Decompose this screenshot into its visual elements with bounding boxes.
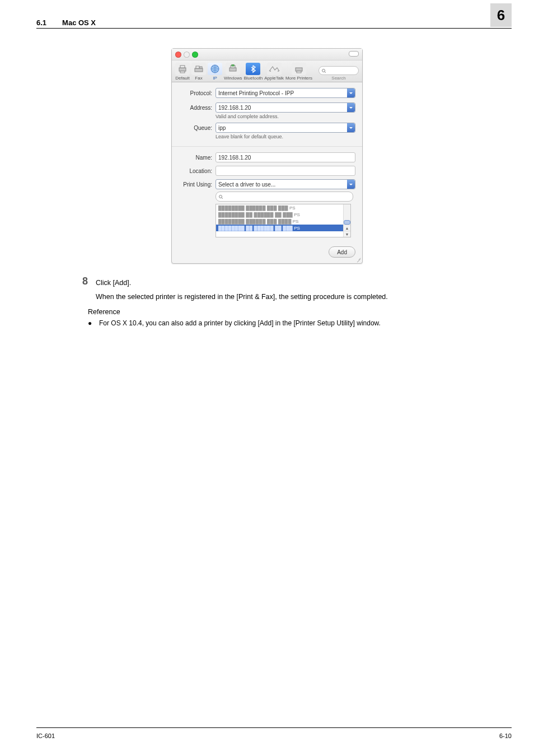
svg-rect-4 — [196, 66, 199, 68]
toolbar-appletalk-label: AppleTalk — [264, 76, 284, 81]
toolbar-bluetooth[interactable]: Bluetooth — [243, 63, 263, 81]
add-button[interactable]: Add — [329, 246, 355, 258]
dialog-titlebar — [172, 49, 362, 60]
address-value: 192.168.1.20 — [218, 105, 251, 111]
windows-icon — [226, 63, 240, 75]
protocol-select[interactable]: Internet Printing Protocol - IPP — [216, 88, 355, 98]
address-label: Address: — [179, 105, 216, 111]
svg-point-16 — [219, 195, 222, 198]
svg-point-10 — [270, 71, 271, 72]
printer-icon — [175, 63, 190, 75]
queue-input[interactable]: ipp — [216, 123, 355, 133]
svg-line-15 — [325, 72, 326, 73]
list-item[interactable]: ████████ ██████ ███ ████ PS — [216, 218, 350, 225]
svg-line-17 — [222, 198, 223, 199]
chevron-down-icon — [347, 180, 355, 189]
location-input[interactable] — [216, 166, 355, 176]
search-icon — [218, 194, 223, 199]
toolbar-search-label: Search — [331, 76, 345, 81]
name-value: 192.168.1.20 — [218, 155, 251, 161]
step-number: 8 — [36, 276, 96, 302]
toolbar-search-input[interactable] — [318, 66, 359, 75]
dialog-toolbar: Default Fax IP — [172, 60, 362, 82]
toolbar-toggle-icon[interactable] — [349, 51, 359, 57]
scroll-up-icon[interactable]: ▲ — [344, 225, 350, 231]
toolbar-more-label: More Printers — [285, 76, 312, 81]
queue-hint: Leave blank for default queue. — [216, 134, 355, 139]
add-printer-dialog: Default Fax IP — [171, 48, 363, 264]
svg-rect-9 — [232, 64, 234, 66]
svg-rect-12 — [296, 68, 302, 71]
print-using-value: Select a driver to use... — [218, 181, 275, 188]
svg-rect-5 — [200, 67, 202, 68]
close-icon[interactable] — [175, 52, 181, 58]
list-item-selected[interactable]: ████████ ██ ██████ ██ ███ PS — [216, 225, 350, 231]
driver-list[interactable]: ████████ ██████ ███ ███ PS ████████ ██ █… — [216, 204, 351, 237]
svg-rect-7 — [229, 68, 236, 71]
name-input[interactable]: 192.168.1.20 — [216, 152, 355, 162]
step-note: When the selected printer is registered … — [96, 292, 498, 302]
toolbar-more-printers[interactable]: More Printers — [285, 63, 312, 81]
bluetooth-icon — [246, 63, 260, 75]
toolbar-fax[interactable]: Fax — [191, 63, 206, 81]
name-label: Name: — [179, 155, 216, 161]
svg-rect-13 — [297, 71, 301, 73]
list-item[interactable]: ████████ ██████ ███ ███ PS — [216, 204, 350, 211]
print-using-select[interactable]: Select a driver to use... — [216, 179, 355, 189]
toolbar-fax-label: Fax — [195, 76, 202, 81]
print-using-label: Print Using: — [179, 181, 216, 188]
svg-rect-0 — [179, 68, 186, 71]
chevron-down-icon[interactable] — [347, 123, 355, 132]
list-item[interactable]: ████████ ██ ██████ ██ ███ PS — [216, 211, 350, 218]
protocol-value: Internet Printing Protocol - IPP — [218, 90, 294, 96]
address-hint: Valid and complete address. — [216, 114, 355, 119]
svg-point-11 — [278, 71, 279, 72]
toolbar-default-label: Default — [175, 76, 189, 81]
svg-rect-1 — [180, 66, 185, 68]
chevron-down-icon[interactable] — [347, 103, 355, 112]
footer-right: 6-10 — [499, 732, 512, 739]
protocol-label: Protocol: — [179, 90, 216, 96]
scrollbar-thumb[interactable] — [344, 220, 350, 225]
toolbar-windows[interactable]: Windows — [224, 63, 242, 81]
svg-point-14 — [322, 69, 325, 72]
zoom-icon[interactable] — [192, 52, 198, 58]
header-rule — [36, 28, 512, 29]
search-icon — [321, 68, 326, 73]
chevron-down-icon — [347, 88, 355, 97]
footer-left: IC-601 — [36, 732, 55, 739]
step-text: Click [Add]. — [96, 278, 498, 288]
resize-grip-icon[interactable] — [355, 256, 361, 262]
queue-label: Queue: — [179, 125, 216, 131]
appletalk-icon — [267, 63, 282, 75]
bullet-icon: ● — [88, 319, 99, 327]
toolbar-windows-label: Windows — [224, 76, 242, 81]
footer-rule — [36, 727, 512, 728]
reference-heading: Reference — [88, 308, 498, 316]
location-label: Location: — [179, 168, 216, 174]
driver-search-input[interactable] — [216, 192, 353, 202]
section-title: Mac OS X — [62, 18, 96, 27]
more-printers-icon — [292, 63, 306, 75]
queue-value: ipp — [218, 125, 226, 131]
scroll-down-icon[interactable]: ▼ — [344, 231, 350, 237]
fax-icon — [191, 63, 206, 75]
globe-icon — [208, 63, 222, 75]
toolbar-ip-label: IP — [213, 76, 217, 81]
svg-rect-3 — [195, 68, 203, 72]
toolbar-bluetooth-label: Bluetooth — [243, 76, 263, 81]
chapter-badge: 6 — [490, 3, 512, 27]
svg-rect-2 — [180, 71, 185, 73]
section-number: 6.1 — [36, 18, 46, 27]
toolbar-default[interactable]: Default — [175, 63, 190, 81]
toolbar-ip[interactable]: IP — [208, 63, 222, 81]
scrollbar[interactable]: ▲ ▼ — [343, 204, 350, 237]
reference-bullet-text: For OS X 10.4, you can also add a printe… — [99, 319, 381, 327]
minimize-icon[interactable] — [184, 52, 190, 58]
address-input[interactable]: 192.168.1.20 — [216, 102, 355, 113]
toolbar-appletalk[interactable]: AppleTalk — [264, 63, 284, 81]
